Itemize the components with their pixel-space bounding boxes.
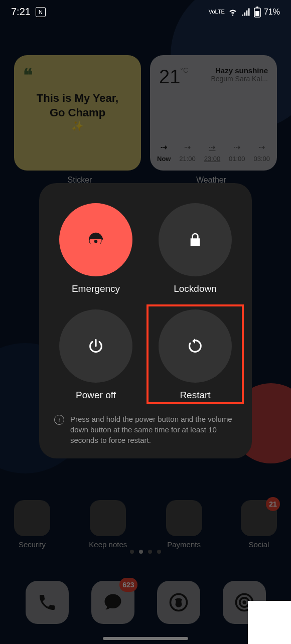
power-restart[interactable]: Restart: [152, 309, 239, 401]
lock-icon: [159, 203, 232, 276]
power-label: Emergency: [72, 283, 120, 294]
status-bar: 7:21 N VoLTE 71%: [0, 6, 291, 18]
svg-rect-5: [256, 7, 258, 8]
emergency-icon: (): [59, 203, 132, 276]
power-emergency[interactable]: ()Emergency: [52, 203, 139, 294]
volte-icon: VoLTE: [209, 9, 225, 15]
status-app-icon: N: [36, 7, 46, 17]
power-poweroff[interactable]: Power off: [52, 309, 139, 401]
info-icon: i: [54, 415, 64, 425]
power-label: Lockdown: [174, 283, 217, 294]
battery-text: 71%: [264, 8, 280, 17]
wifi-icon: [228, 7, 238, 17]
power-icon: [59, 309, 132, 383]
battery-icon: [254, 7, 261, 18]
force-restart-hint: i Press and hold the power button and th…: [52, 414, 239, 445]
white-square-overlay: [248, 601, 291, 644]
power-lockdown[interactable]: Lockdown: [152, 203, 239, 294]
restart-highlight: [147, 304, 244, 404]
status-time: 7:21: [11, 6, 31, 18]
power-grid: ()EmergencyLockdownPower offRestart: [52, 203, 239, 401]
power-menu: ()EmergencyLockdownPower offRestart i Pr…: [39, 183, 252, 458]
svg-point-7: [94, 240, 97, 243]
signal-icon: [241, 7, 251, 17]
svg-text:): ): [100, 237, 102, 244]
svg-rect-6: [255, 11, 259, 16]
power-label: Power off: [76, 390, 116, 401]
